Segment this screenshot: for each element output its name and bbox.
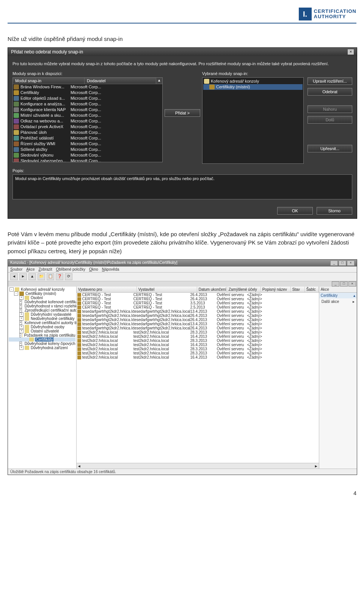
table-row[interactable]: tesedarfgwrtrhgt2kdr2.hrkica.local tesed… xyxy=(77,326,319,330)
expand-icon[interactable]: + xyxy=(19,329,24,333)
table-row[interactable]: CERTREQ - Test CERTREQ - Test 2.5.2013 O… xyxy=(77,305,319,309)
table-row[interactable]: test2kdr2.hrkica.local test2kdr2.hrkica.… xyxy=(77,343,319,347)
toolbar-button[interactable]: ► xyxy=(19,273,27,280)
list-item[interactable]: Editor objektů zásad s... Microsoft Corp… xyxy=(13,96,162,101)
list-item[interactable]: Sledování výkonu Microsoft Corp... xyxy=(13,152,162,158)
expand-icon[interactable]: + xyxy=(19,308,22,312)
tree-node[interactable]: +Důvěryhodné kořeny čipových karet xyxy=(9,342,75,346)
ok-button[interactable]: OK xyxy=(277,207,313,215)
col-vendor[interactable]: Dodavatel xyxy=(85,78,156,84)
toolbar-button[interactable]: 📁 xyxy=(38,273,45,280)
col-purpose[interactable]: Zamýšlené účely xyxy=(227,287,261,292)
cancel-button[interactable]: Storno xyxy=(317,207,352,215)
collapse-icon[interactable]: ▴ xyxy=(353,293,355,298)
col-issuer[interactable]: Vystavitel xyxy=(137,287,197,292)
menu-item[interactable]: Nápověda xyxy=(102,267,119,271)
table-row[interactable]: tesedarfgwrtrhgt2kdr2.hrkica.local tesed… xyxy=(77,314,319,318)
tree-node[interactable]: +Nedůvěryhodné certifikáty xyxy=(9,317,75,321)
table-row[interactable]: test2kdr2.hrkica.local test2kdr2.hrkica.… xyxy=(77,351,319,355)
tree-node[interactable]: -Požadavek na zápis certifikátu xyxy=(9,333,75,337)
add-button[interactable]: Přidat > xyxy=(165,109,200,117)
table-row[interactable]: CERTREQ - Test CERTREQ - Test 26.4.2013 … xyxy=(77,293,319,297)
mmc-titlebar[interactable]: Konzola1 - [Kořenový adresář konzoly\Cer… xyxy=(8,260,357,267)
menu-item[interactable]: Zobrazit xyxy=(38,267,52,271)
toolbar-button[interactable]: ⟳ xyxy=(65,273,72,280)
tree-node[interactable]: Certifikáty xyxy=(9,337,75,342)
expand-icon[interactable]: - xyxy=(14,292,18,296)
move-up-button[interactable]: Nahoru xyxy=(308,105,352,113)
list-item[interactable]: Konfigurace a analýza... Microsoft Corp.… xyxy=(13,101,162,107)
expand-icon[interactable]: + xyxy=(19,321,22,325)
tree-node[interactable]: +Důvěryhodné kořenové certifikační autor… xyxy=(9,300,75,304)
expand-icon[interactable]: - xyxy=(19,333,21,337)
tree-node[interactable]: -Kořenový adresář konzoly xyxy=(9,287,75,292)
table-row[interactable]: test2kdr2.hrkica.local test2kdr2.hrkica.… xyxy=(77,334,319,339)
h-scrollbar[interactable]: ◄ ► xyxy=(77,463,319,469)
list-item[interactable]: Řízení služby WMI Microsoft Corp... xyxy=(13,141,162,147)
table-row[interactable]: CERTREQ - Test CERTREQ - Test 3.5.2013 O… xyxy=(77,301,319,305)
col-module[interactable]: Modul snap-in xyxy=(13,78,85,84)
nav-tree[interactable]: -Kořenový adresář konzoly-Certifikáty (m… xyxy=(8,287,77,469)
menu-item[interactable]: Akce xyxy=(26,267,35,271)
minimize-button[interactable]: _ xyxy=(330,260,338,266)
tree-node[interactable]: -Certifikáty (místní) xyxy=(9,292,75,296)
expand-icon[interactable]: + xyxy=(19,312,24,317)
expand-icon[interactable]: + xyxy=(19,346,24,350)
menu-item[interactable]: Oblíbené položky xyxy=(56,267,85,271)
list-item[interactable]: Brána Windows Firew... Microsoft Corp... xyxy=(13,84,162,90)
tree-node[interactable]: +Osobní xyxy=(9,296,75,300)
list-item[interactable]: Konfigurace klienta NAP Microsoft Corp..… xyxy=(13,107,162,113)
tree-node[interactable]: +Kořenové certifikační autority třetích … xyxy=(9,321,75,325)
available-listbox[interactable]: Modul snap-in Dodavatel ▴ Brána Windows … xyxy=(13,77,163,162)
close-button[interactable]: × xyxy=(347,260,355,266)
col-issued-to[interactable]: Vystaveno pro xyxy=(77,287,137,292)
scroll-left-icon[interactable]: ◄ xyxy=(77,464,81,468)
table-row[interactable]: CERTREQ - Test CERTREQ - Test 26.4.2013 … xyxy=(77,297,319,301)
tree-root[interactable]: Kořenový adresář konzoly xyxy=(203,78,303,84)
selected-tree[interactable]: Kořenový adresář konzoly Certifikáty (mí… xyxy=(202,77,304,164)
dialog-titlebar[interactable]: Přidat nebo odebrat moduly snap-in × xyxy=(8,48,357,56)
list-item[interactable]: Certifikáty Microsoft Corp... xyxy=(13,90,162,96)
expand-icon[interactable]: + xyxy=(19,300,22,304)
toolbar-button[interactable]: 📋 xyxy=(47,273,54,280)
remove-button[interactable]: Odebrat xyxy=(308,88,352,96)
col-status[interactable]: Stav xyxy=(291,287,305,292)
move-down-button[interactable]: Dolů xyxy=(308,116,352,124)
toolbar-button[interactable]: ▲ xyxy=(28,273,36,280)
list-item[interactable]: Plánovač úloh Microsoft Corp... xyxy=(13,130,162,135)
col-expires[interactable]: Datum ukončení ... xyxy=(197,287,227,292)
table-row[interactable]: tesedarfgwrtrhgt2kdr2.hrkica.local tesed… xyxy=(77,322,319,326)
list-item[interactable]: Odkaz na webovou a... Microsoft Corp... xyxy=(13,118,162,124)
table-row[interactable]: test2kdr2.hrkica.local test2kdr2.hrkica.… xyxy=(77,339,319,343)
table-row[interactable]: test2kdr2.hrkica.local test2kdr2.hrkica.… xyxy=(77,330,319,334)
refine-button[interactable]: Upřesnit... xyxy=(308,145,352,152)
expand-icon[interactable]: + xyxy=(19,317,24,321)
child-maximize-button[interactable]: □ xyxy=(340,281,348,287)
expand-icon[interactable]: + xyxy=(19,296,24,300)
menu-item[interactable]: Soubor xyxy=(10,267,22,271)
table-row[interactable]: tesedarfgwrtrhgt2kdr2.hrkica.local tesed… xyxy=(77,309,319,314)
tree-node[interactable]: +Důvěryhodnost v rámci rozlehlé sítě xyxy=(9,304,75,308)
expand-icon[interactable]: + xyxy=(19,304,22,308)
scroll-right-icon[interactable]: ► xyxy=(314,464,318,468)
tree-node[interactable]: +Zprostředkující certifikační autority xyxy=(9,308,75,312)
tree-node[interactable]: +Důvěryhodné osoby xyxy=(9,325,75,329)
table-row[interactable]: test2kdr2.hrkica.local test2kdr2.hrkica.… xyxy=(77,347,319,351)
actions-section[interactable]: Certifikáty ▴ xyxy=(319,293,357,298)
edit-extensions-button[interactable]: Upravit rozšíření... xyxy=(308,77,352,85)
more-actions[interactable]: Další akce ▸ xyxy=(319,298,357,305)
table-row[interactable]: tesedarfgwrtrhgt2kdr2.hrkica.local tesed… xyxy=(77,318,319,322)
list-item[interactable]: Prohlížeč událostí Microsoft Corp... xyxy=(13,135,162,141)
col-friendly-name[interactable]: Popisný název xyxy=(261,287,291,292)
list-item[interactable]: Sdílené složky Microsoft Corp... xyxy=(13,147,162,152)
maximize-button[interactable]: □ xyxy=(339,260,346,266)
tree-cert[interactable]: Certifikáty (místní) xyxy=(203,84,303,90)
list-item[interactable]: Sledování zabezpečen... Microsoft Corp..… xyxy=(13,158,162,162)
toolbar-button[interactable]: ◄ xyxy=(10,273,18,280)
toolbar-button[interactable]: ❓ xyxy=(56,273,63,280)
close-button[interactable]: × xyxy=(348,49,354,55)
menu-item[interactable]: Okno xyxy=(89,267,98,271)
table-row[interactable]: test2kdr2.hrkica.local test2kdr2.hrkica.… xyxy=(77,355,319,359)
scroll-up[interactable]: ▴ xyxy=(156,78,162,84)
tree-node[interactable]: +Ostatní uživatelé xyxy=(9,329,75,333)
